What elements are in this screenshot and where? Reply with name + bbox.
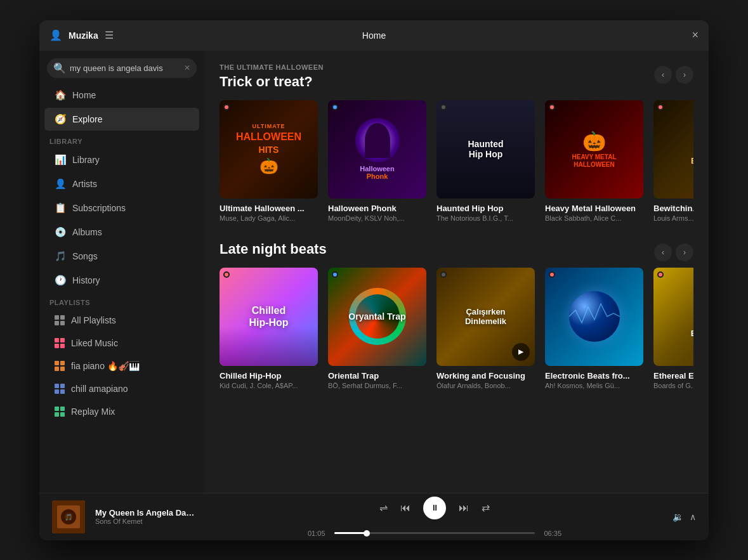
chill-amapiano-icon (55, 384, 65, 394)
close-button[interactable]: × (692, 29, 699, 42)
halloween-title: Trick or treat? (220, 74, 324, 90)
expand-icon[interactable]: ∧ (690, 512, 696, 522)
player-buttons: ⇌ ⏮ ⏸ ⏭ ⇄ (379, 497, 490, 519)
next-button[interactable]: ⏭ (459, 502, 469, 514)
title-bar: 👤 Muzika ☰ Home × (39, 20, 709, 51)
card-subtitle-ethereal: Boards of G... (653, 382, 693, 389)
halloween-prev-button[interactable]: ‹ (654, 66, 672, 84)
card-dot (657, 104, 664, 110)
subscriptions-label: Subscriptions (72, 203, 126, 213)
card-heavy-metal-halloween[interactable]: 🎃 Heavy MetalHalloween Heavy Metal Hallo… (545, 100, 643, 222)
card-img-oriental-trap: Oryantal Trap (328, 268, 426, 366)
card-img-halloween-phonk: Halloween Phonk (328, 100, 426, 199)
sidebar-item-home[interactable]: 🏠 Home (44, 84, 199, 107)
halloween-next-button[interactable]: › (676, 66, 693, 84)
card-title-bewitching: Bewitchin... (653, 204, 693, 213)
volume-icon[interactable]: 🔉 (673, 512, 683, 522)
card-ethereal[interactable]: 🌴 EthrElec... Ethereal E... Boards of G.… (653, 268, 693, 389)
card-haunted-hip-hop[interactable]: HauntedHip Hop Haunted Hip Hop The Notor… (436, 100, 535, 222)
sidebar-item-explore[interactable]: 🧭 Explore (44, 108, 199, 131)
fia-piano-icon (55, 361, 65, 371)
late-night-title: Late night beats (220, 241, 327, 257)
player-artist: Sons Of Kemet (95, 518, 197, 525)
card-working-focusing[interactable]: ÇalışırkenDinlemelik ▶ Working and Focus… (436, 268, 535, 389)
late-night-cards-row: ChilledHip-Hop Chilled Hip-Hop Kid Cudi,… (220, 268, 693, 389)
songs-icon: 🎵 (55, 251, 66, 262)
card-dot (223, 271, 230, 278)
sidebar-item-subscriptions[interactable]: 📋 Subscriptions (44, 197, 199, 219)
card-dot (440, 271, 447, 278)
repeat-button[interactable]: ⇄ (482, 502, 490, 514)
late-night-prev-button[interactable]: ‹ (654, 244, 672, 261)
search-box[interactable]: 🔍 ✕ (47, 58, 197, 78)
card-ultimate-halloween[interactable]: ULTIMATE HALLOWEEN HITS 🎃 Ultimate Hallo… (220, 100, 318, 222)
card-subtitle-bewitching: Louis Arms... (653, 214, 693, 222)
player-right-controls: 🔉 ∧ (673, 512, 696, 522)
card-title-chilled-hip-hop: Chilled Hip-Hop (220, 371, 318, 381)
card-subtitle-electronic-beats: Ah! Kosmos, Melis Gü... (545, 382, 643, 389)
card-dot (223, 104, 230, 110)
card-dot (657, 271, 664, 278)
liked-music-label: Liked Music (71, 338, 118, 348)
card-electronic-beats[interactable]: Electronic Beats fro... Ah! Kosmos, Meli… (545, 268, 643, 389)
artists-icon: 👤 (55, 178, 66, 190)
card-img-haunted-hip-hop: HauntedHip Hop (436, 100, 535, 199)
card-halloween-phonk[interactable]: Halloween Phonk Halloween Phonk MoonDeit… (328, 100, 426, 222)
halloween-subtitle: THE ULTIMATE HALLOWEEN (220, 63, 324, 71)
sidebar-item-chill-amapiano[interactable]: chill amapiano (44, 378, 199, 400)
songs-label: Songs (72, 251, 98, 261)
card-play-button[interactable]: ▶ (512, 343, 530, 361)
sidebar-item-liked-music[interactable]: Liked Music (44, 332, 199, 354)
library-label: Library (72, 155, 100, 165)
card-img-electronic-beats (545, 268, 643, 366)
replay-mix-icon (55, 407, 65, 417)
progress-fill (334, 532, 367, 534)
card-title-halloween-phonk: Halloween Phonk (328, 204, 426, 213)
progress-bar[interactable] (334, 532, 535, 534)
card-oriental-trap[interactable]: Oryantal Trap Oriental Trap BÖ, Serhat D… (328, 268, 426, 389)
library-section-label: Library (39, 131, 204, 148)
card-subtitle-working-focusing: Ólafur Arnalds, Bonob... (436, 382, 535, 389)
halloween-nav-arrows: ‹ › (654, 63, 693, 84)
user-icon[interactable]: 👤 (49, 29, 62, 41)
main-layout: 🔍 ✕ 🏠 Home 🧭 Explore Library 📊 Library 👤… (39, 51, 709, 493)
home-label: Home (72, 90, 96, 100)
card-subtitle-haunted-hip-hop: The Notorious B.I.G., T... (436, 214, 535, 222)
card-subtitle-heavy-metal-halloween: Black Sabbath, Alice C... (545, 214, 643, 222)
subscriptions-icon: 📋 (55, 202, 66, 214)
prev-button[interactable]: ⏮ (400, 502, 410, 514)
card-title-electronic-beats: Electronic Beats fro... (545, 371, 643, 381)
late-night-next-button[interactable]: › (676, 244, 693, 261)
liked-music-icon (55, 338, 65, 348)
card-title-ultimate-halloween: Ultimate Halloween ... (220, 204, 318, 213)
home-icon: 🏠 (55, 89, 66, 101)
replay-mix-label: Replay Mix (71, 407, 115, 417)
halloween-cards-row: ULTIMATE HALLOWEEN HITS 🎃 Ultimate Hallo… (220, 100, 693, 222)
search-input[interactable] (70, 63, 180, 73)
late-night-section-header: Late night beats ‹ › (220, 241, 693, 268)
explore-label: Explore (72, 114, 102, 124)
sidebar-item-all-playlists[interactable]: All Playlists (44, 309, 199, 331)
card-bewitching[interactable]: 🕯️ Bew... Bewitchin... Louis Arms... (653, 100, 693, 222)
sidebar-item-artists[interactable]: 👤 Artists (44, 173, 199, 195)
play-pause-button[interactable]: ⏸ (423, 497, 446, 519)
halloween-section-titles: THE ULTIMATE HALLOWEEN Trick or treat? (220, 63, 324, 100)
menu-icon[interactable]: ☰ (105, 29, 114, 41)
sidebar-item-replay-mix[interactable]: Replay Mix (44, 401, 199, 422)
late-night-section: Late night beats ‹ › ChilledHip-Hop (204, 228, 709, 396)
card-img-ultimate-halloween: ULTIMATE HALLOWEEN HITS 🎃 (220, 100, 318, 199)
card-title-working-focusing: Working and Focusing (436, 371, 535, 381)
shuffle-button[interactable]: ⇌ (379, 502, 388, 514)
sidebar-item-albums[interactable]: 💿 Albums (44, 221, 199, 244)
sidebar-item-history[interactable]: 🕐 History (44, 269, 199, 292)
card-dot (332, 271, 338, 278)
sidebar-item-fia-piano[interactable]: fia piano 🔥🎻🎹 (44, 355, 199, 377)
sidebar-item-songs[interactable]: 🎵 Songs (44, 245, 199, 268)
card-chilled-hip-hop[interactable]: ChilledHip-Hop Chilled Hip-Hop Kid Cudi,… (220, 268, 318, 389)
sidebar-item-library[interactable]: 📊 Library (44, 148, 199, 171)
card-img-working-focusing: ÇalışırkenDinlemelik ▶ (436, 268, 535, 366)
player-controls: ⇌ ⏮ ⏸ ⏭ ⇄ 01:05 06:35 (308, 497, 561, 537)
search-clear-icon[interactable]: ✕ (184, 63, 190, 72)
card-img-chilled-hip-hop: ChilledHip-Hop (220, 268, 318, 366)
progress-row: 01:05 06:35 (308, 530, 561, 537)
